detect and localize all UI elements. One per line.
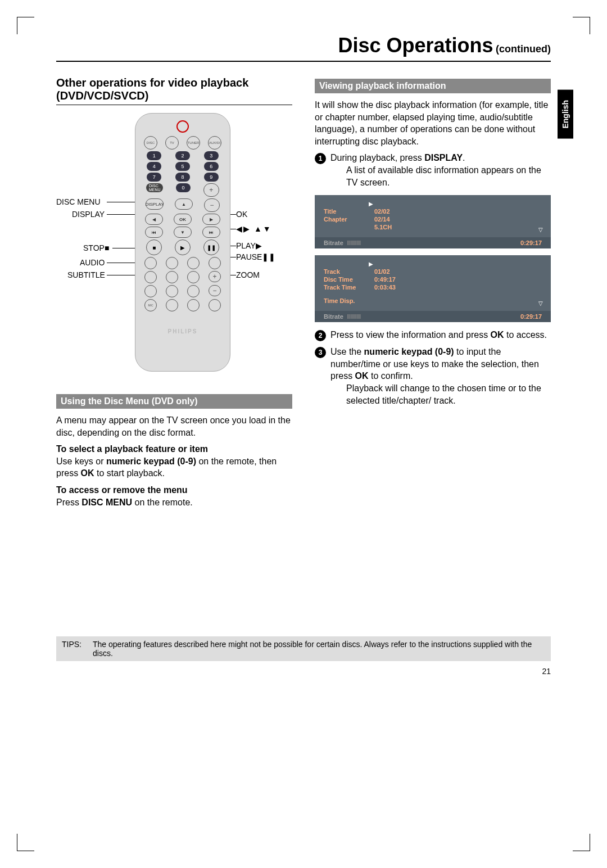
- down-arrow-icon: ▽: [538, 300, 543, 306]
- step-number-icon: 1: [315, 153, 326, 164]
- osd-panel-1: ▶ Title02/02 Chapter02/14 5.1CH ▽ Bitrat…: [315, 195, 551, 248]
- step-1: 1 During playback, press DISPLAY. A list…: [315, 152, 551, 188]
- title-main: Disc Operations: [338, 34, 493, 57]
- crop-mark: [573, 834, 590, 851]
- label-play: PLAY▶: [236, 241, 262, 250]
- play-icon: ▶: [369, 261, 542, 267]
- language-tab: English: [558, 90, 573, 139]
- remote-control: DISCTVTUNERAUX/DI 123 456 789 DISCMENU0+…: [135, 113, 230, 372]
- tips-label: TIPS:: [62, 640, 81, 658]
- paragraph: It will show the disc playback informati…: [315, 99, 551, 147]
- label-ok: OK: [236, 210, 247, 219]
- step-2: 2 Press to view the information and pres…: [315, 329, 551, 341]
- paragraph: To select a playback feature or item Use…: [56, 443, 292, 480]
- paragraph: A menu may appear on the TV screen once …: [56, 414, 292, 438]
- subheading-viewing: Viewing playback information: [315, 79, 551, 93]
- remote-diagram: DISC MENU DISPLAY STOP■ AUDIO SUBTITLE O…: [56, 113, 292, 383]
- label-pause: PAUSE❚❚: [236, 252, 275, 261]
- crop-mark: [573, 17, 590, 34]
- section-heading-left: Other operations for video playback (DVD…: [56, 76, 292, 105]
- page-title: Disc Operations (continued): [56, 34, 551, 62]
- down-arrow-icon: ▽: [538, 227, 543, 233]
- play-icon: ▶: [369, 201, 542, 207]
- label-zoom: ZOOM: [236, 270, 260, 279]
- subheading-disc-menu: Using the Disc Menu (DVD only): [56, 394, 292, 409]
- label-audio: AUDIO: [80, 258, 105, 267]
- label-arrows: ◀▶ ▲▼: [236, 224, 272, 233]
- paragraph: To access or remove the menu Press DISC …: [56, 484, 292, 508]
- step-number-icon: 2: [315, 330, 326, 341]
- label-stop: STOP■: [83, 243, 109, 252]
- step-number-icon: 3: [315, 347, 326, 358]
- step-3: 3 Use the numeric keypad (0-9) to input …: [315, 346, 551, 406]
- label-subtitle: SUBTITLE: [67, 270, 105, 279]
- tips-text: The operating features described here mi…: [93, 640, 545, 658]
- tips-bar: TIPS: The operating features described h…: [56, 636, 551, 661]
- crop-mark: [17, 834, 34, 851]
- label-disc-menu: DISC MENU: [56, 197, 101, 206]
- page-number: 21: [56, 667, 551, 676]
- crop-mark: [17, 17, 34, 34]
- title-sub: (continued): [496, 43, 551, 55]
- osd-panel-2: ▶ Track01/02 Disc Time0:49:17 Track Time…: [315, 255, 551, 322]
- power-icon: [176, 120, 189, 133]
- label-display: DISPLAY: [72, 210, 105, 219]
